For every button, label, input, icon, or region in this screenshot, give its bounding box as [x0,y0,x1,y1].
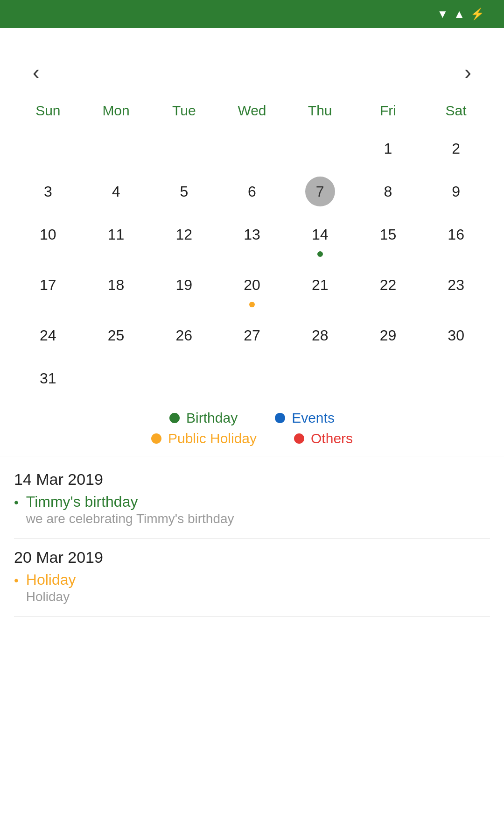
day-number: 19 [169,270,199,300]
calendar-cell[interactable]: 18 [82,264,150,315]
day-number: 21 [305,270,335,300]
calendar-cell[interactable]: 4 [82,171,150,214]
calendar-cell[interactable]: 22 [354,264,422,315]
calendar-cell [286,358,354,401]
calendar-cell[interactable]: 19 [150,264,218,315]
calendar-cell[interactable]: 28 [286,315,354,358]
event-indicator-dot [249,302,255,307]
public-holiday-label: Public Holiday [168,431,257,446]
day-number: 16 [441,220,471,249]
day-number: 23 [441,270,471,300]
calendar-cell[interactable]: 27 [218,315,286,358]
event-bullet: • [14,571,19,589]
calendar-cell[interactable]: 17 [14,264,82,315]
day-number: 11 [101,220,131,249]
public-holiday-dot [151,433,161,444]
calendar-cell [150,358,218,401]
calendar-cell[interactable]: 5 [150,171,218,214]
day-number: 3 [33,177,63,206]
calendar-cell [14,128,82,171]
event-date: 14 Mar 2019 [14,470,490,489]
event-content: Timmy's birthdaywe are celebrating Timmy… [26,493,234,526]
day-number: 10 [33,220,63,249]
event-description: Holiday [26,589,76,604]
day-number: 8 [373,177,403,206]
day-number: 31 [33,363,63,393]
day-header-mon: Mon [82,98,150,123]
day-number: 6 [237,177,267,206]
calendar-cell[interactable]: 7 [286,171,354,214]
calendar-cell[interactable]: 3 [14,171,82,214]
calendar-days: 1234567891011121314151617181920212223242… [14,128,490,401]
calendar-cell[interactable]: 10 [14,214,82,264]
day-header-sun: Sun [14,98,82,123]
calendar-cell[interactable]: 30 [422,315,490,358]
day-number: 9 [441,177,471,206]
others-label: Others [311,431,353,446]
calendar-cell[interactable]: 23 [422,264,490,315]
calendar-cell [218,358,286,401]
day-header-fri: Fri [354,98,422,123]
calendar: ‹ › Sun Mon Tue Wed Thu Fri Sat 12345678… [0,56,504,451]
status-bar: ▼ ▲ ⚡ [0,0,504,28]
event-item[interactable]: •HolidayHoliday [14,571,490,604]
next-month-button[interactable]: › [455,61,481,84]
calendar-cell[interactable]: 20 [218,264,286,315]
calendar-cell[interactable]: 15 [354,214,422,264]
calendar-cell[interactable]: 2 [422,128,490,171]
event-bullet: • [14,493,19,511]
month-navigation: ‹ › [14,56,490,93]
calendar-cell [150,128,218,171]
calendar-cell[interactable]: 13 [218,214,286,264]
event-item[interactable]: •Timmy's birthdaywe are celebrating Timm… [14,493,490,526]
day-number: 26 [169,320,199,350]
calendar-cell[interactable]: 8 [354,171,422,214]
legend-others: Others [294,431,353,446]
calendar-cell[interactable]: 24 [14,315,82,358]
battery-icon: ⚡ [470,7,484,21]
calendar-cell[interactable]: 21 [286,264,354,315]
day-number: 14 [305,220,335,249]
calendar-cell[interactable]: 9 [422,171,490,214]
legend-events: Events [275,410,335,426]
day-number: 5 [169,177,199,206]
event-indicator-dot [317,251,323,257]
calendar-cell[interactable]: 6 [218,171,286,214]
calendar-legend: Birthday Events Public Holiday Others [14,401,490,451]
wifi-icon: ▼ [437,7,448,21]
event-group: 14 Mar 2019•Timmy's birthdaywe are celeb… [14,461,490,539]
calendar-cell [82,358,150,401]
day-number: 15 [373,220,403,249]
calendar-cell[interactable]: 1 [354,128,422,171]
event-title: Holiday [26,571,76,588]
status-icons: ▼ ▲ ⚡ [437,7,490,21]
others-dot [294,433,304,444]
day-number: 4 [101,177,131,206]
day-number: 7 [305,177,335,206]
calendar-cell[interactable]: 16 [422,214,490,264]
event-group: 20 Mar 2019•HolidayHoliday [14,539,490,617]
events-dot [275,413,285,423]
day-number: 29 [373,320,403,350]
events-label: Events [292,410,335,426]
day-number: 20 [237,270,267,300]
calendar-cell[interactable]: 25 [82,315,150,358]
calendar-cell[interactable]: 14 [286,214,354,264]
day-header-tue: Tue [150,98,218,123]
day-number: 28 [305,320,335,350]
calendar-cell [82,128,150,171]
calendar-cell[interactable]: 11 [82,214,150,264]
day-number: 30 [441,320,471,350]
day-number: 1 [373,134,403,163]
prev-month-button[interactable]: ‹ [23,61,49,84]
calendar-cell[interactable]: 12 [150,214,218,264]
legend-row-2: Public Holiday Others [151,431,353,446]
event-title: Timmy's birthday [26,493,234,510]
day-number: 24 [33,320,63,350]
day-header-wed: Wed [218,98,286,123]
events-list: 14 Mar 2019•Timmy's birthdaywe are celeb… [0,461,504,617]
day-number: 27 [237,320,267,350]
calendar-cell[interactable]: 26 [150,315,218,358]
calendar-cell[interactable]: 31 [14,358,82,401]
calendar-cell[interactable]: 29 [354,315,422,358]
